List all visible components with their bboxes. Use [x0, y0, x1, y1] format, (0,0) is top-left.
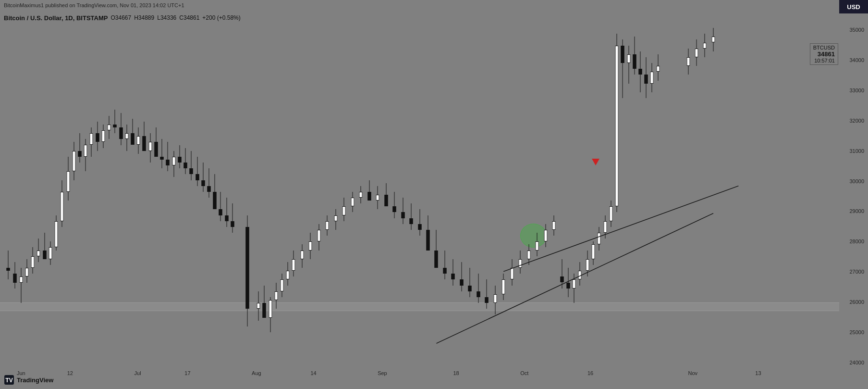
candlestick [201, 163, 205, 192]
price-tick: 25000 [841, 329, 866, 335]
candlestick [615, 34, 619, 212]
time-tick: Jul [134, 370, 141, 376]
candlestick [96, 122, 99, 151]
time-tick: Aug [252, 370, 261, 376]
candlestick [292, 251, 295, 277]
candlestick [334, 209, 338, 230]
candlestick [213, 174, 217, 203]
candlestick [342, 198, 346, 221]
time-tick: 13 [755, 370, 761, 376]
candlestick [89, 127, 93, 157]
candlestick [113, 110, 117, 133]
candlestick [703, 34, 707, 57]
candlestick [13, 262, 17, 289]
candlestick [66, 157, 70, 201]
candlestick [37, 238, 40, 262]
candlestick [638, 51, 642, 92]
price-tick: 31000 [841, 148, 866, 154]
price-tick: 29000 [841, 208, 866, 214]
price-tick: 32000 [841, 118, 866, 124]
candlestick [566, 268, 570, 297]
candlestick [154, 127, 158, 154]
candlestick [578, 262, 582, 286]
candlestick [527, 244, 531, 265]
candlestick [31, 247, 35, 274]
time-tick: 14 [310, 370, 316, 376]
candlestick [591, 241, 595, 265]
candlestick [269, 297, 272, 332]
candlestick [54, 215, 58, 251]
candlestick [418, 209, 422, 236]
candlestick [84, 139, 87, 171]
current-price-label: BTCUSD 34861 10:57:01 [810, 43, 838, 65]
chart-area [0, 25, 839, 367]
candlestick [148, 133, 152, 163]
candlestick [392, 192, 396, 218]
candlestick [160, 139, 164, 168]
candlestick [78, 133, 82, 163]
candlestick [43, 233, 47, 256]
candlestick [644, 57, 648, 98]
candlestick [325, 215, 329, 236]
candlestick [280, 274, 284, 297]
candlestick [19, 268, 23, 303]
currency-badge: USD [839, 0, 868, 13]
candlestick [207, 168, 211, 198]
time-tick: 16 [587, 370, 593, 376]
price-change: +200 (+0.58%) [202, 14, 240, 21]
publisher-text: BitcoinMaximus1 published on TradingView… [4, 2, 184, 8]
candlestick [695, 39, 698, 66]
candlestick [25, 259, 29, 283]
candlestick [485, 279, 489, 309]
candlestick [544, 224, 548, 248]
candlestick [196, 157, 199, 186]
candlestick [501, 274, 505, 300]
candlestick [125, 125, 129, 151]
candlestick [72, 142, 76, 180]
candlestick [286, 262, 290, 286]
candlestick [262, 286, 266, 315]
candlestick [219, 192, 222, 221]
time-tick: Nov [688, 370, 698, 376]
candlestick [609, 201, 613, 227]
candlestick [443, 251, 447, 280]
price-value: 34861 [813, 50, 835, 58]
candlestick [460, 262, 464, 291]
candlestick [49, 241, 52, 265]
candlestick [468, 268, 472, 297]
candlestick [686, 49, 690, 75]
candlestick [136, 127, 140, 154]
svg-text:TV: TV [5, 377, 12, 384]
candlestick [434, 230, 438, 262]
candlestick [572, 274, 576, 303]
candlestick [166, 142, 170, 171]
price-tick: 27000 [841, 269, 866, 275]
candlestick [627, 46, 631, 84]
candlestick [384, 183, 388, 204]
candlestick-chart [0, 25, 839, 367]
candlestick [119, 113, 123, 145]
candlestick [172, 151, 176, 177]
ticker-label: BTCUSD [813, 45, 835, 50]
price-tick: 35000 [841, 27, 866, 33]
candlestick [535, 233, 539, 256]
candlestick [518, 251, 522, 274]
symbol-label: Bitcoin / U.S. Dollar, 1D, BITSTAMP [4, 14, 108, 22]
candlestick [308, 233, 312, 259]
candlestick [245, 215, 249, 326]
close-label: C34861 [179, 14, 199, 21]
tradingview-logo: TV TradingView [4, 375, 53, 385]
open-label: O34667 [110, 14, 131, 21]
publisher-bar: BitcoinMaximus1 published on TradingView… [0, 0, 868, 11]
price-tick: 33000 [841, 88, 866, 93]
candlestick [586, 251, 589, 277]
candlestick [650, 63, 654, 92]
candlestick [451, 259, 455, 286]
candlestick [189, 151, 193, 180]
candlestick [300, 244, 304, 268]
price-tick: 30000 [841, 178, 866, 184]
candlestick [6, 251, 10, 280]
chart-header: Bitcoin / U.S. Dollar, 1D, BITSTAMP O346… [0, 11, 868, 25]
candlestick [477, 274, 480, 303]
candlestick [409, 203, 413, 230]
